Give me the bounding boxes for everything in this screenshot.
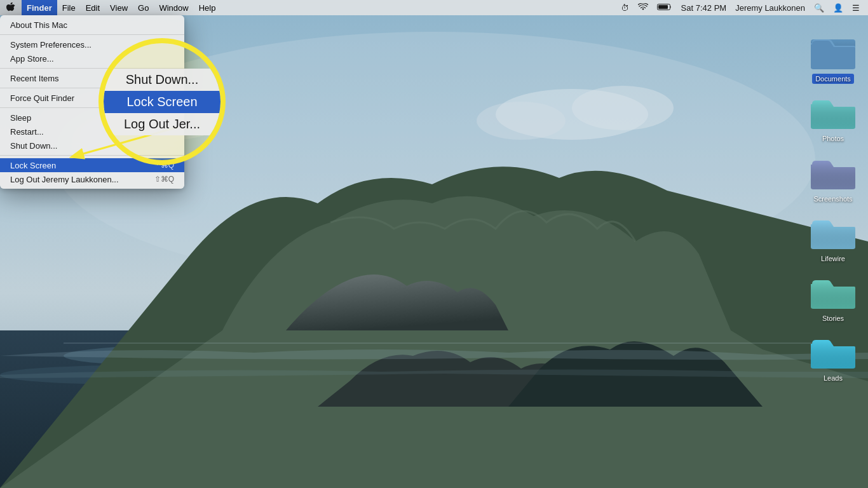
desktop-icon-screenshots-label: Screenshots (811, 194, 855, 204)
menubar-file[interactable]: File (57, 0, 81, 15)
desktop-icon-lifewire-label: Lifewire (818, 254, 848, 264)
time-machine-icon: ⏱ (618, 3, 632, 13)
menubar-help[interactable]: Help (194, 0, 221, 15)
search-icon[interactable]: 🔍 (811, 3, 827, 13)
menubar-app-name[interactable]: Finder (22, 0, 57, 15)
menubar-right: ⏱ Sat 7:42 PM Jeremy Laukkonen 🔍 👤 ☰ (618, 3, 868, 13)
desktop-icon-lifewire[interactable]: Lifewire (801, 212, 865, 266)
desktop-icon-leads-label: Leads (821, 373, 845, 383)
desktop-icon-screenshots[interactable]: Screenshots (801, 152, 865, 207)
desktop-icons: Documents Photos (798, 32, 868, 391)
menubar-go[interactable]: Go (133, 0, 154, 15)
desktop-icon-stories-label: Stories (820, 313, 846, 323)
zoom-shutdown: Shut Down... (104, 69, 220, 91)
desktop-icon-documents-label: Documents (812, 74, 854, 84)
user-icon[interactable]: 👤 (830, 3, 846, 13)
menubar: Finder File Edit View Go Window Help ⏱ S… (0, 0, 868, 15)
wifi-icon[interactable] (635, 3, 651, 13)
desktop-icon-leads[interactable]: Leads (801, 331, 865, 386)
zoom-logout: Log Out Jer... (104, 113, 220, 135)
zoom-content: Shut Down... Lock Screen Log Out Jer... (104, 43, 220, 160)
desktop-icon-stories[interactable]: Stories (801, 271, 865, 326)
desktop-icon-photos[interactable]: Photos (801, 92, 865, 146)
datetime[interactable]: Sat 7:42 PM (678, 3, 730, 13)
zoom-lock-screen: Lock Screen (104, 91, 220, 113)
svg-point-7 (477, 102, 566, 140)
menu-sep-1 (0, 34, 184, 35)
menubar-left: Finder File Edit View Go Window Help (0, 0, 618, 15)
menu-about-this-mac[interactable]: About This Mac (0, 18, 184, 32)
desktop-icon-photos-label: Photos (820, 133, 846, 144)
user-name[interactable]: Jeremy Laukkonen (732, 3, 808, 13)
apple-menu-trigger[interactable] (0, 0, 22, 15)
menubar-edit[interactable]: Edit (81, 0, 105, 15)
svg-rect-12 (658, 5, 668, 9)
menu-logout[interactable]: Log Out Jeremy Laukkonen... ⇧⌘Q (0, 172, 184, 186)
menubar-window[interactable]: Window (154, 0, 193, 15)
menubar-view[interactable]: View (105, 0, 133, 15)
desktop-icon-documents[interactable]: Documents (801, 32, 865, 86)
svg-point-6 (572, 86, 674, 130)
list-icon[interactable]: ☰ (849, 3, 863, 13)
battery-icon (654, 3, 675, 12)
zoom-annotation-circle: Shut Down... Lock Screen Log Out Jer... (98, 38, 226, 165)
